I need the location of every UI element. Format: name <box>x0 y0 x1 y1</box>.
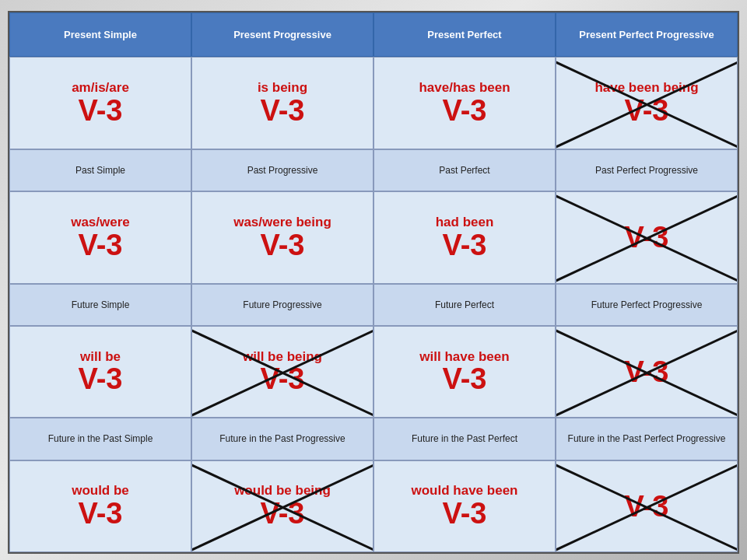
content-cell-2-3: V-3 <box>556 191 738 283</box>
content-cell-0-1: is beingV-3 <box>191 57 374 149</box>
header-cell-3: Present Perfect Progressive <box>556 12 738 57</box>
content-cell-4-3: V-3 <box>556 326 738 418</box>
content-cell-6-2: would have beenV-3 <box>374 460 556 552</box>
aux-text: had been <box>436 215 494 230</box>
v3-label: V-3 <box>260 230 304 260</box>
v3-label: V-3 <box>260 364 304 394</box>
content-cell-0-0: am/is/areV-3 <box>9 57 191 149</box>
v3-label: V-3 <box>624 222 668 252</box>
label-cell-5-1: Future in the Past Progressive <box>191 418 374 460</box>
v3-label: V-3 <box>624 96 668 125</box>
label-cell-3-0: Future Simple <box>9 284 191 326</box>
header-cell-1: Present Progressive <box>191 12 374 57</box>
v3-label: V-3 <box>78 96 122 125</box>
label-cell-1-1: Past Progressive <box>191 149 374 191</box>
header-cell-0: Present Simple <box>9 12 191 57</box>
label-cell-3-3: Future Perfect Progressive <box>556 284 738 326</box>
page-wrapper: Present SimplePresent ProgressivePresent… <box>0 0 747 560</box>
content-cell-2-2: had beenV-3 <box>374 191 556 283</box>
label-cell-1-2: Past Perfect <box>374 149 556 191</box>
content-cell-4-2: will have beenV-3 <box>374 326 556 418</box>
v3-label: V-3 <box>78 364 122 394</box>
v3-label: V-3 <box>260 499 304 528</box>
content-cell-2-1: was/were beingV-3 <box>191 191 374 283</box>
label-cell-3-2: Future Perfect <box>374 284 556 326</box>
aux-text: was/were being <box>233 215 331 230</box>
v3-label: V-3 <box>442 364 486 394</box>
content-cell-6-1: would be beingV-3 <box>191 460 374 552</box>
content-cell-0-3: have been beingV-3 <box>556 57 738 149</box>
header-cell-2: Present Perfect <box>374 12 556 57</box>
label-cell-5-2: Future in the Past Perfect <box>374 418 556 460</box>
label-cell-1-0: Past Simple <box>9 149 191 191</box>
label-cell-5-3: Future in the Past Perfect Progressive <box>556 418 738 460</box>
v3-label: V-3 <box>624 492 668 521</box>
label-cell-1-3: Past Perfect Progressive <box>556 149 738 191</box>
v3-label: V-3 <box>78 499 122 528</box>
content-cell-4-1: will be beingV-3 <box>191 326 374 418</box>
v3-label: V-3 <box>442 96 486 125</box>
content-cell-4-0: will beV-3 <box>9 326 191 418</box>
grammar-grid: Present SimplePresent ProgressivePresent… <box>8 11 739 554</box>
aux-text: was/were <box>71 215 130 230</box>
v3-label: V-3 <box>442 499 486 528</box>
label-cell-5-0: Future in the Past Simple <box>9 418 191 460</box>
label-cell-3-1: Future Progressive <box>191 284 374 326</box>
v3-label: V-3 <box>442 230 486 260</box>
v3-label: V-3 <box>78 230 122 260</box>
content-cell-2-0: was/wereV-3 <box>9 191 191 283</box>
content-cell-6-3: V-3 <box>556 460 738 552</box>
content-cell-6-0: would beV-3 <box>9 460 191 552</box>
v3-label: V-3 <box>260 96 304 125</box>
v3-label: V-3 <box>624 357 668 387</box>
content-cell-0-2: have/has beenV-3 <box>374 57 556 149</box>
